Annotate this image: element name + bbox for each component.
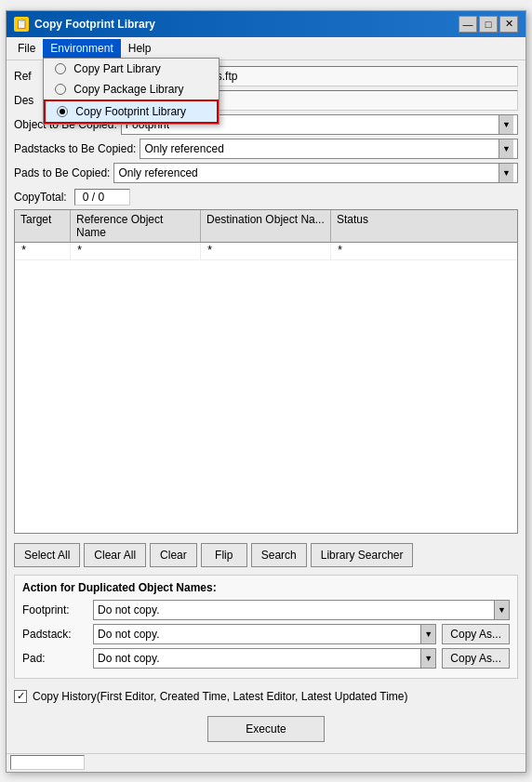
status-input[interactable]	[10, 755, 85, 770]
title-controls: — □ ✕	[459, 16, 518, 33]
copy-total-value: 0 / 0	[74, 189, 130, 205]
environment-dropdown: Copy Part Library Copy Package Library C…	[43, 58, 219, 125]
pad-copy-as-button[interactable]: Copy As...	[442, 648, 510, 669]
search-button[interactable]: Search	[251, 543, 307, 567]
padstack-action-select[interactable]: Do not copy. ▼	[93, 624, 436, 644]
dropdown-copy-part[interactable]: Copy Part Library	[44, 59, 219, 79]
menu-environment[interactable]: Environment	[43, 39, 120, 58]
col-ref: Reference Object Name	[71, 210, 201, 242]
footprint-action-value: Do not copy.	[98, 603, 159, 616]
menu-file[interactable]: File	[10, 39, 43, 58]
action-title: Action for Duplicated Object Names:	[22, 581, 510, 594]
menu-file-container: File	[10, 39, 43, 58]
ref-label: Ref	[14, 70, 42, 83]
execute-row: Execute	[14, 710, 518, 748]
title-bar: 📋 Copy Footprint Library — □ ✕	[7, 11, 525, 37]
maximize-button[interactable]: □	[479, 16, 498, 33]
footprint-action-label: Footprint:	[22, 603, 87, 616]
dropdown-copy-footprint[interactable]: Copy Footprint Library	[44, 99, 219, 124]
cell-ref: *	[71, 243, 201, 259]
close-button[interactable]: ✕	[499, 16, 518, 33]
padstacks-label: Padstacks to Be Copied:	[14, 142, 136, 155]
copy-total-label: CopyTotal:	[14, 191, 67, 204]
menu-environment-container: Environment Copy Part Library Copy Packa…	[43, 39, 120, 58]
select-all-button[interactable]: Select All	[14, 543, 80, 567]
padstack-action-label: Padstack:	[22, 628, 87, 641]
padstacks-value: Only referenced	[144, 142, 223, 155]
copy-history-checkbox[interactable]	[14, 690, 27, 703]
dropdown-copy-footprint-label: Copy Footprint Library	[75, 105, 186, 118]
clear-button[interactable]: Clear	[150, 543, 197, 567]
action-section: Action for Duplicated Object Names: Foot…	[14, 575, 518, 679]
dropdown-copy-package[interactable]: Copy Package Library	[44, 79, 219, 99]
table-body: * * * *	[15, 243, 517, 533]
padstacks-row: Padstacks to Be Copied: Only referenced …	[14, 139, 518, 159]
des-label: Des	[14, 94, 42, 107]
footprint-action-select[interactable]: Do not copy. ▼	[93, 600, 510, 620]
cell-target: *	[15, 243, 71, 259]
padstack-action-row: Padstack: Do not copy. ▼ Copy As...	[22, 624, 510, 644]
pad-action-select[interactable]: Do not copy. ▼	[93, 648, 436, 669]
cell-dest: *	[201, 243, 331, 259]
window-title: Copy Footprint Library	[34, 18, 155, 31]
minimize-button[interactable]: —	[459, 16, 477, 33]
radio-copy-footprint	[57, 106, 68, 117]
padstack-copy-as-button[interactable]: Copy As...	[442, 624, 510, 644]
padstacks-select-arrow[interactable]: ▼	[499, 139, 513, 158]
footprint-action-row: Footprint: Do not copy. ▼	[22, 600, 510, 620]
main-content: Ref ry\Zuken\CR\SamacSys\samacsys.ftp De…	[7, 60, 525, 753]
menu-bar: File Environment Copy Part Library Copy …	[7, 37, 525, 60]
checkbox-row: Copy History(First Editor, Created Time,…	[14, 686, 518, 707]
pad-select-arrow[interactable]: ▼	[420, 649, 435, 668]
table-row[interactable]: * * * *	[15, 243, 517, 260]
pads-select[interactable]: Only referenced ▼	[113, 163, 518, 183]
copy-history-label: Copy History(First Editor, Created Time,…	[33, 690, 408, 703]
radio-copy-package	[55, 84, 66, 95]
main-window: 📋 Copy Footprint Library — □ ✕ File Envi…	[6, 10, 526, 773]
library-searcher-button[interactable]: Library Searcher	[311, 543, 414, 567]
flip-button[interactable]: Flip	[201, 543, 247, 567]
padstack-action-value: Do not copy.	[98, 628, 159, 641]
col-dest: Destination Object Na...	[201, 210, 331, 242]
padstacks-select[interactable]: Only referenced ▼	[140, 139, 518, 159]
pads-select-arrow[interactable]: ▼	[499, 164, 513, 182]
status-bar	[7, 753, 525, 772]
pad-action-row: Pad: Do not copy. ▼ Copy As...	[22, 648, 510, 669]
pad-action-label: Pad:	[22, 652, 87, 665]
title-bar-left: 📋 Copy Footprint Library	[14, 17, 155, 32]
dropdown-copy-part-label: Copy Part Library	[73, 62, 160, 75]
pad-action-value: Do not copy.	[98, 652, 159, 665]
object-select-arrow[interactable]: ▼	[499, 115, 513, 134]
copy-total-row: CopyTotal: 0 / 0	[14, 189, 518, 205]
radio-copy-part	[55, 63, 66, 74]
cell-status: *	[331, 243, 517, 259]
menu-help[interactable]: Help	[121, 39, 159, 58]
data-table: Target Reference Object Name Destination…	[14, 209, 518, 534]
app-icon: 📋	[14, 17, 29, 32]
dropdown-copy-package-label: Copy Package Library	[73, 83, 183, 96]
table-header: Target Reference Object Name Destination…	[15, 210, 517, 243]
footprint-select-arrow[interactable]: ▼	[494, 601, 509, 619]
col-status: Status	[331, 210, 517, 242]
col-target: Target	[15, 210, 71, 242]
padstack-select-arrow[interactable]: ▼	[420, 625, 435, 643]
menu-help-container: Help	[121, 39, 159, 58]
pads-label: Pads to Be Copied:	[14, 166, 110, 179]
execute-button[interactable]: Execute	[207, 716, 324, 742]
pads-row: Pads to Be Copied: Only referenced ▼	[14, 163, 518, 183]
action-buttons: Select All Clear All Clear Flip Search L…	[14, 537, 518, 571]
clear-all-button[interactable]: Clear All	[84, 543, 146, 567]
pads-value: Only referenced	[118, 166, 197, 179]
